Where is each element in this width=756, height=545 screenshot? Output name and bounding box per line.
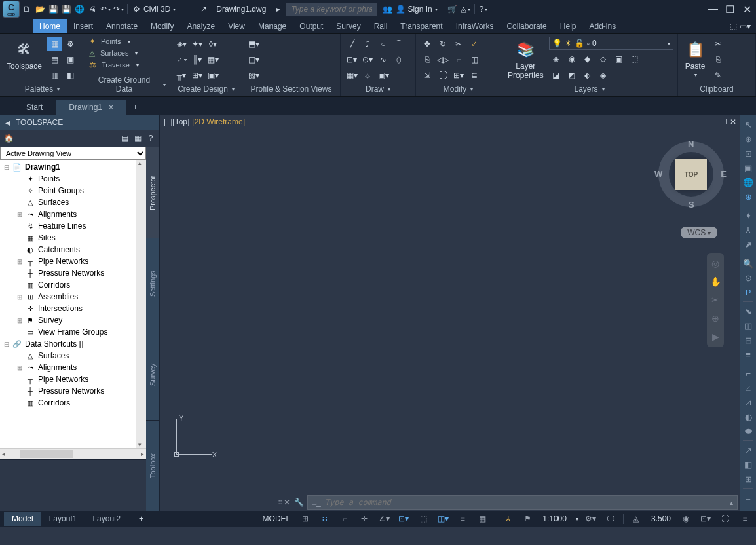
menu-annotate[interactable]: Annotate <box>100 19 144 33</box>
viewcube[interactable]: TOP N S E W <box>658 141 724 207</box>
tree-item[interactable]: ▦Sites <box>0 232 146 244</box>
layer-combo[interactable]: 💡 ☀ 🔓 ▫ 0 ▾ <box>549 37 673 50</box>
sidetab-settings[interactable]: Settings <box>146 238 159 329</box>
draw-line[interactable]: ╱ <box>345 37 359 51</box>
tree-item[interactable]: ◐Catchments <box>0 244 146 255</box>
saveas-icon[interactable]: 💾 <box>60 3 72 15</box>
tree-hscrollbar[interactable]: ◂ ▸ <box>0 448 146 459</box>
palette-btn-1[interactable]: ▦ <box>47 37 62 51</box>
draw-7[interactable]: ∿ <box>376 52 390 67</box>
toolspace-home-icon[interactable]: 🏠 <box>3 132 14 144</box>
sidetab-toolbox[interactable]: Toolbox <box>146 420 159 511</box>
signin-dropdown-icon[interactable]: ▾ <box>435 7 438 12</box>
tree-item[interactable]: △Surfaces <box>0 350 146 362</box>
rtool-1[interactable]: ↖ <box>742 118 755 131</box>
rtool-12[interactable]: P <box>742 286 755 299</box>
modify-fillet[interactable]: ⌐ <box>451 52 466 67</box>
draw-6[interactable]: ⊙▾ <box>360 52 375 67</box>
menu-analyze[interactable]: Analyze <box>180 19 221 33</box>
tree-item[interactable]: ╫Pressure Networks <box>0 385 146 397</box>
sidetab-prospector[interactable]: Prospector <box>146 147 159 238</box>
rtool-6[interactable]: ⊕ <box>742 190 755 203</box>
toolspace-button[interactable]: 🛠 Toolspace <box>4 37 45 73</box>
command-input-wrap[interactable]: ⎵_ ▴ <box>307 495 738 510</box>
traverse-dropdown[interactable]: ⚖Traverse▾ <box>89 60 139 69</box>
nav-showmotion-icon[interactable]: ▶ <box>709 330 722 343</box>
share-icon[interactable]: ↗ <box>198 3 210 15</box>
tree-item[interactable]: ▥Corridors <box>0 279 146 291</box>
menu-home[interactable]: Home <box>33 19 67 33</box>
print-icon[interactable]: 🖨 <box>86 3 98 15</box>
menu-insert[interactable]: Insert <box>67 19 100 33</box>
sidetab-survey[interactable]: Survey <box>146 329 159 420</box>
modify-move[interactable]: ✥ <box>420 37 434 51</box>
menu-output[interactable]: Output <box>293 19 330 33</box>
rtool-24[interactable]: ⊞ <box>742 472 755 485</box>
undo-icon[interactable]: ↶▾ <box>100 3 111 15</box>
nav-pan-icon[interactable]: ✋ <box>709 275 722 288</box>
tree-item[interactable]: ⊞⤳Alignments <box>0 362 146 373</box>
open-icon[interactable]: 📂 <box>34 3 46 15</box>
search-input[interactable] <box>286 3 377 16</box>
design-btn-1[interactable]: ◈▾ <box>174 37 189 51</box>
signin-label[interactable]: Sign In <box>407 5 432 14</box>
sb-transparency-icon[interactable]: ▦ <box>475 512 489 526</box>
layer-properties-button[interactable]: 📚 LayerProperties <box>505 37 546 83</box>
sb-snap-icon[interactable]: ∷ <box>318 512 332 526</box>
cmd-grip-icon[interactable]: ⠿ <box>278 499 281 506</box>
sb-annoscale-icon[interactable]: ⅄ <box>501 512 515 526</box>
sb-3dosnap-icon[interactable]: ⬚ <box>416 512 430 526</box>
filetab-close-icon[interactable]: × <box>109 103 113 112</box>
panel-palettes-title[interactable]: Palettes▾ <box>4 83 81 95</box>
menu-survey[interactable]: Survey <box>330 19 367 33</box>
maximize-icon[interactable]: ☐ <box>723 3 736 16</box>
surfaces-dropdown[interactable]: ◬Surfaces▾ <box>89 48 139 58</box>
sb-ortho-icon[interactable]: ⌐ <box>337 512 352 526</box>
rtool-9[interactable]: ⬈ <box>742 238 755 251</box>
layout-tab-model[interactable]: Model <box>4 512 41 526</box>
viewcube-east[interactable]: E <box>721 169 727 179</box>
draw-polyline[interactable]: ⤴ <box>360 37 375 51</box>
panel-modify-title[interactable]: Modify▾ <box>420 83 497 95</box>
tree-item[interactable]: ⊞╥Pipe Networks <box>0 255 146 267</box>
design-btn-9[interactable]: ▣▾ <box>206 68 220 83</box>
search-link-icon[interactable]: 👥 <box>381 3 393 15</box>
rtool-13[interactable]: ⬊ <box>742 305 755 318</box>
sb-lweight-icon[interactable]: ≡ <box>455 512 470 526</box>
wcs-badge[interactable]: WCS ▾ <box>681 227 717 238</box>
sb-ws-icon[interactable]: ⚙▾ <box>584 512 598 526</box>
rtool-18[interactable]: ⟀ <box>742 381 755 394</box>
design-btn-6[interactable]: ▦▾ <box>206 52 220 67</box>
rtool-25[interactable]: ≡ <box>742 491 755 504</box>
rtool-2[interactable]: ⊕ <box>742 132 755 145</box>
cmd-history-icon[interactable]: ▴ <box>730 499 733 506</box>
rtool-15[interactable]: ⊟ <box>742 333 755 347</box>
rtool-4[interactable]: ▣ <box>742 161 755 174</box>
profile-btn-3[interactable]: ▧▾ <box>246 68 261 83</box>
profile-btn-2[interactable]: ◫▾ <box>246 52 261 67</box>
design-btn-4[interactable]: ⟋▾ <box>174 52 189 67</box>
rtool-21[interactable]: ⬬ <box>742 424 755 438</box>
tree-item[interactable]: ⊞⚑Survey <box>0 314 146 326</box>
nav-zoom-icon[interactable]: ✂ <box>709 293 722 307</box>
draw-circle[interactable]: ○ <box>376 37 390 51</box>
layout-tab-layout1[interactable]: Layout1 <box>41 512 85 526</box>
tree-item[interactable]: ▥Corridors <box>0 397 146 409</box>
new-icon[interactable]: 🗋 <box>21 3 33 15</box>
panel-layers-title[interactable]: Layers▾ <box>505 83 673 95</box>
layer-tool-3[interactable]: ◆ <box>580 52 595 66</box>
redo-icon[interactable]: ↷▾ <box>113 3 124 15</box>
layer-tool-6[interactable]: ⬚ <box>628 52 642 66</box>
toolspace-help-icon[interactable]: ? <box>145 132 157 144</box>
minimize-icon[interactable]: — <box>706 3 719 16</box>
rtool-16[interactable]: ≡ <box>742 348 755 361</box>
modify-mirror[interactable]: ◁▷ <box>436 52 450 67</box>
rtool-3[interactable]: ⊡ <box>742 147 755 160</box>
vp-close-icon[interactable]: ✕ <box>730 117 736 126</box>
tree-item[interactable]: ↯Feature Lines <box>0 220 146 232</box>
sb-osnap-icon[interactable]: ⊡▾ <box>396 512 411 526</box>
sb-otrack-icon[interactable]: ◫▾ <box>436 512 450 526</box>
menu-extra-2-icon[interactable]: ▭▾ <box>739 20 751 32</box>
user-icon[interactable]: 👤 <box>394 3 406 15</box>
tree-item[interactable]: ✦Points <box>0 173 146 185</box>
